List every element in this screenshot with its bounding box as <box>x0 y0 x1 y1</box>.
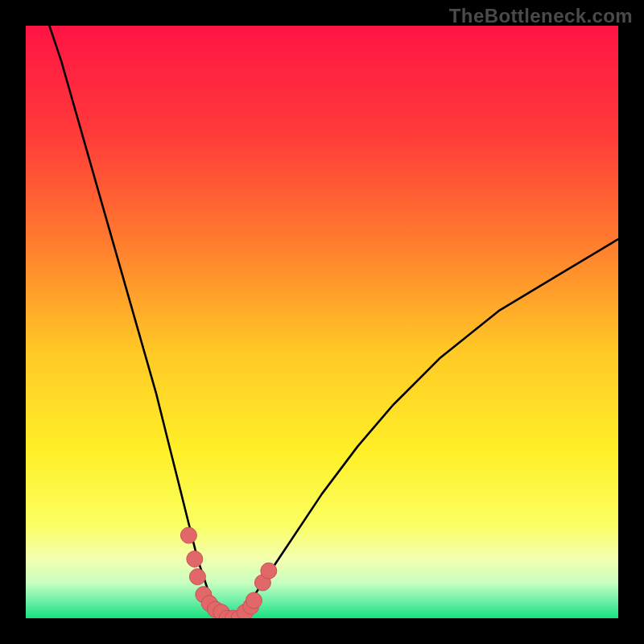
chart-frame: TheBottleneck.com <box>0 0 644 644</box>
watermark-text: TheBottleneck.com <box>449 5 633 27</box>
plot-area <box>26 26 618 618</box>
svg-rect-0 <box>26 26 618 618</box>
background-gradient <box>26 26 618 618</box>
